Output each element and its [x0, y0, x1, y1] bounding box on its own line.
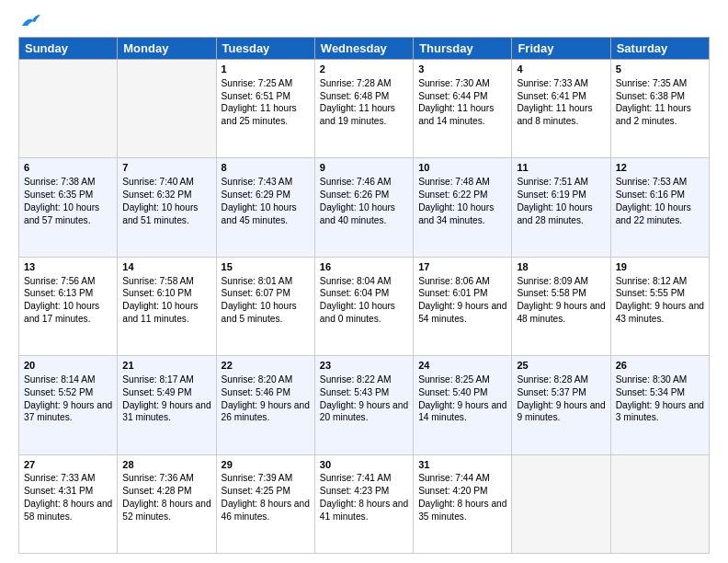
daylight-text: Daylight: 10 hours and 22 minutes. — [616, 201, 704, 227]
sunrise-text: Sunrise: 7:53 AM — [616, 176, 704, 189]
day-number: 23 — [320, 359, 408, 373]
daylight-text: Daylight: 10 hours and 34 minutes. — [418, 201, 506, 227]
calendar-week-row: 20Sunrise: 8:14 AMSunset: 5:52 PMDayligh… — [19, 356, 710, 454]
calendar-cell: 26Sunrise: 8:30 AMSunset: 5:34 PMDayligh… — [610, 356, 709, 454]
daylight-text: Daylight: 10 hours and 28 minutes. — [517, 201, 605, 227]
sunset-text: Sunset: 6:26 PM — [320, 189, 408, 201]
sunset-text: Sunset: 6:01 PM — [418, 287, 506, 300]
sunset-text: Sunset: 6:32 PM — [122, 189, 210, 201]
sunrise-text: Sunrise: 7:43 AM — [222, 176, 310, 189]
sunset-text: Sunset: 5:37 PM — [517, 386, 605, 399]
calendar-cell: 30Sunrise: 7:41 AMSunset: 4:23 PMDayligh… — [314, 454, 413, 553]
weekday-header-row: SundayMondayTuesdayWednesdayThursdayFrid… — [19, 38, 710, 60]
daylight-text: Daylight: 9 hours and 54 minutes. — [418, 300, 506, 326]
sunset-text: Sunset: 6:19 PM — [517, 189, 605, 201]
day-number: 9 — [320, 161, 408, 175]
daylight-text: Daylight: 11 hours and 19 minutes. — [320, 102, 408, 128]
sunrise-text: Sunrise: 8:28 AM — [517, 373, 605, 386]
day-number: 13 — [24, 260, 112, 274]
weekday-header-wednesday: Wednesday — [314, 38, 413, 60]
calendar-cell: 24Sunrise: 8:25 AMSunset: 5:40 PMDayligh… — [414, 356, 512, 454]
sunset-text: Sunset: 5:49 PM — [122, 386, 210, 399]
sunset-text: Sunset: 5:55 PM — [616, 287, 704, 300]
sunset-text: Sunset: 6:04 PM — [320, 287, 408, 300]
daylight-text: Daylight: 8 hours and 35 minutes. — [418, 498, 506, 523]
sunset-text: Sunset: 6:29 PM — [222, 189, 310, 201]
day-number: 19 — [616, 260, 704, 274]
sunrise-text: Sunrise: 7:38 AM — [24, 176, 112, 189]
daylight-text: Daylight: 9 hours and 9 minutes. — [517, 399, 605, 425]
day-number: 22 — [222, 359, 310, 373]
weekday-header-saturday: Saturday — [610, 38, 709, 60]
sunset-text: Sunset: 6:10 PM — [122, 287, 210, 300]
sunset-text: Sunset: 6:35 PM — [24, 189, 112, 201]
header — [18, 15, 710, 29]
day-number: 17 — [418, 260, 506, 274]
sunset-text: Sunset: 6:51 PM — [222, 90, 310, 103]
daylight-text: Daylight: 9 hours and 37 minutes. — [24, 399, 112, 425]
daylight-text: Daylight: 10 hours and 45 minutes. — [222, 201, 310, 227]
day-number: 29 — [222, 458, 310, 472]
sunset-text: Sunset: 4:20 PM — [418, 485, 506, 498]
sunrise-text: Sunrise: 8:17 AM — [122, 373, 210, 386]
day-number: 15 — [222, 260, 310, 274]
sunrise-text: Sunrise: 7:33 AM — [24, 472, 112, 485]
sunset-text: Sunset: 6:13 PM — [24, 287, 112, 300]
day-number: 8 — [222, 161, 310, 175]
sunrise-text: Sunrise: 7:56 AM — [24, 275, 112, 288]
daylight-text: Daylight: 10 hours and 5 minutes. — [222, 300, 310, 326]
daylight-text: Daylight: 11 hours and 8 minutes. — [517, 102, 605, 128]
calendar-cell: 22Sunrise: 8:20 AMSunset: 5:46 PMDayligh… — [216, 356, 314, 454]
calendar-cell: 8Sunrise: 7:43 AMSunset: 6:29 PMDaylight… — [216, 158, 314, 257]
sunrise-text: Sunrise: 8:20 AM — [222, 373, 310, 386]
daylight-text: Daylight: 11 hours and 2 minutes. — [616, 102, 704, 128]
calendar-cell: 6Sunrise: 7:38 AMSunset: 6:35 PMDaylight… — [19, 158, 118, 257]
sunset-text: Sunset: 5:40 PM — [418, 386, 506, 399]
daylight-text: Daylight: 10 hours and 51 minutes. — [122, 201, 210, 227]
daylight-text: Daylight: 9 hours and 43 minutes. — [616, 300, 704, 326]
calendar-cell: 27Sunrise: 7:33 AMSunset: 4:31 PMDayligh… — [19, 454, 118, 553]
sunrise-text: Sunrise: 7:28 AM — [320, 77, 408, 90]
sunset-text: Sunset: 4:31 PM — [24, 485, 112, 498]
day-number: 24 — [418, 359, 506, 373]
logo-bird-icon — [20, 13, 40, 29]
calendar-cell: 25Sunrise: 8:28 AMSunset: 5:37 PMDayligh… — [512, 356, 610, 454]
sunset-text: Sunset: 5:34 PM — [616, 386, 704, 399]
sunrise-text: Sunrise: 7:40 AM — [122, 176, 210, 189]
calendar-cell: 3Sunrise: 7:30 AMSunset: 6:44 PMDaylight… — [414, 60, 512, 158]
daylight-text: Daylight: 9 hours and 14 minutes. — [418, 399, 506, 425]
sunrise-text: Sunrise: 8:14 AM — [24, 373, 112, 386]
calendar-cell: 23Sunrise: 8:22 AMSunset: 5:43 PMDayligh… — [314, 356, 413, 454]
day-number: 6 — [24, 161, 112, 175]
day-number: 16 — [320, 260, 408, 274]
daylight-text: Daylight: 8 hours and 58 minutes. — [24, 498, 112, 523]
calendar-cell: 1Sunrise: 7:25 AMSunset: 6:51 PMDaylight… — [216, 60, 314, 158]
calendar-cell: 16Sunrise: 8:04 AMSunset: 6:04 PMDayligh… — [314, 257, 413, 355]
daylight-text: Daylight: 9 hours and 20 minutes. — [320, 399, 408, 425]
weekday-header-thursday: Thursday — [414, 38, 512, 60]
calendar-cell: 11Sunrise: 7:51 AMSunset: 6:19 PMDayligh… — [512, 158, 610, 257]
calendar-cell: 13Sunrise: 7:56 AMSunset: 6:13 PMDayligh… — [19, 257, 118, 355]
calendar-cell — [512, 454, 610, 553]
sunrise-text: Sunrise: 7:51 AM — [517, 176, 605, 189]
sunset-text: Sunset: 5:43 PM — [320, 386, 408, 399]
calendar-cell: 5Sunrise: 7:35 AMSunset: 6:38 PMDaylight… — [610, 60, 709, 158]
day-number: 11 — [517, 161, 605, 175]
calendar-cell: 21Sunrise: 8:17 AMSunset: 5:49 PMDayligh… — [118, 356, 216, 454]
sunset-text: Sunset: 6:44 PM — [418, 90, 506, 103]
day-number: 3 — [418, 63, 506, 76]
sunrise-text: Sunrise: 8:30 AM — [616, 373, 704, 386]
weekday-header-sunday: Sunday — [19, 38, 118, 60]
day-number: 10 — [418, 161, 506, 175]
page: SundayMondayTuesdayWednesdayThursdayFrid… — [0, 0, 728, 563]
daylight-text: Daylight: 11 hours and 14 minutes. — [418, 102, 506, 128]
sunrise-text: Sunrise: 8:04 AM — [320, 275, 408, 288]
daylight-text: Daylight: 9 hours and 48 minutes. — [517, 300, 605, 326]
sunrise-text: Sunrise: 7:46 AM — [320, 176, 408, 189]
daylight-text: Daylight: 9 hours and 31 minutes. — [122, 399, 210, 425]
sunrise-text: Sunrise: 7:58 AM — [122, 275, 210, 288]
calendar-week-row: 6Sunrise: 7:38 AMSunset: 6:35 PMDaylight… — [19, 158, 710, 257]
sunset-text: Sunset: 4:28 PM — [122, 485, 210, 498]
daylight-text: Daylight: 10 hours and 11 minutes. — [122, 300, 210, 326]
daylight-text: Daylight: 10 hours and 0 minutes. — [320, 300, 408, 326]
